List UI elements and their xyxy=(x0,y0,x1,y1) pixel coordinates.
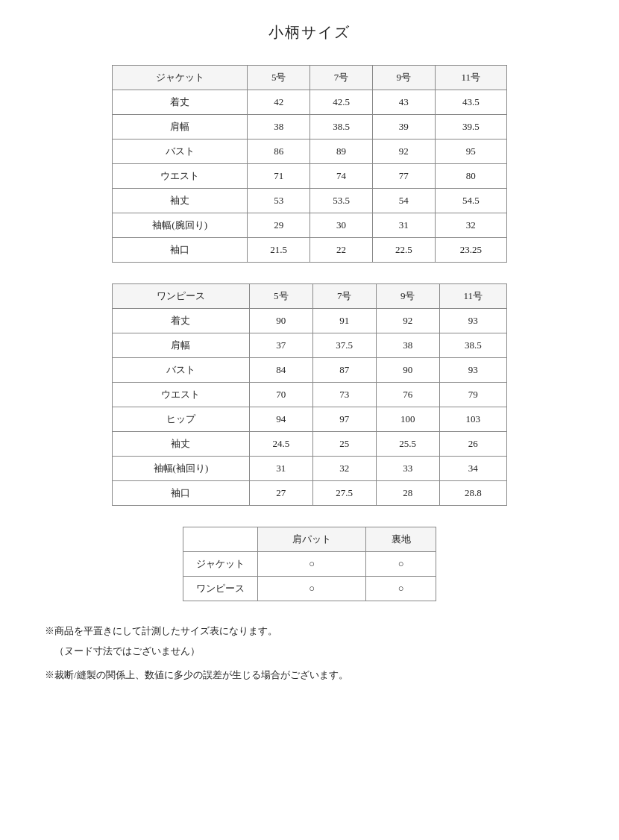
table-row: 38.5 xyxy=(310,115,373,140)
onepiece-section: ワンピース 5号 7号 9号 11号 着丈90919293肩幅3737.5383… xyxy=(45,283,574,506)
table-row: 94 xyxy=(249,407,312,432)
table-row: 87 xyxy=(312,358,376,383)
table-row: 31 xyxy=(249,457,312,481)
table-row: 23.25 xyxy=(435,238,506,263)
table-row: 38 xyxy=(376,333,439,358)
table-row: 25.5 xyxy=(376,432,439,457)
table-row: 29 xyxy=(248,213,310,238)
onepiece-row-label: 袖口 xyxy=(113,481,250,506)
table-row: 42 xyxy=(248,90,310,115)
table-row: 54 xyxy=(372,189,435,213)
onepiece-row-label: ウエスト xyxy=(113,383,250,407)
table-row: 54.5 xyxy=(435,189,506,213)
table-row: 22.5 xyxy=(372,238,435,263)
table-row: 43 xyxy=(372,90,435,115)
table-row: 90 xyxy=(249,309,312,333)
table-row: 30 xyxy=(310,213,373,238)
table-row: 73 xyxy=(312,383,376,407)
table-row: 24.5 xyxy=(249,432,312,457)
table-row: 97 xyxy=(312,407,376,432)
table-row: 70 xyxy=(249,383,312,407)
table-row: ○ xyxy=(258,552,366,577)
table-row: 39 xyxy=(372,115,435,140)
table-row: 43.5 xyxy=(435,90,506,115)
feat-col-1: 肩パット xyxy=(258,527,366,552)
table-row: 38 xyxy=(248,115,310,140)
table-row: 89 xyxy=(310,140,373,164)
onepiece-col-4: 11号 xyxy=(439,284,506,309)
jacket-row-label: バスト xyxy=(113,140,248,164)
table-row: 79 xyxy=(439,383,506,407)
table-row: 92 xyxy=(376,309,439,333)
notes-section: ※商品を平置きにして計測したサイズ表になります。 （ヌード寸法ではございません）… xyxy=(45,622,574,683)
table-row: 91 xyxy=(312,309,376,333)
jacket-row-label: 着丈 xyxy=(113,90,248,115)
table-row: 92 xyxy=(372,140,435,164)
jacket-table: ジャケット 5号 7号 9号 11号 着丈4242.54343.5肩幅3838.… xyxy=(112,65,507,263)
table-row: 93 xyxy=(439,358,506,383)
note-1: ※商品を平置きにして計測したサイズ表になります。 xyxy=(45,622,574,639)
jacket-section: ジャケット 5号 7号 9号 11号 着丈4242.54343.5肩幅3838.… xyxy=(45,65,574,263)
feat-row-label: ワンピース xyxy=(183,577,258,601)
table-row: 21.5 xyxy=(248,238,310,263)
table-row: 74 xyxy=(310,164,373,189)
table-row: 86 xyxy=(248,140,310,164)
table-row: 53.5 xyxy=(310,189,373,213)
table-row: ○ xyxy=(258,577,366,601)
feat-col-2: 裏地 xyxy=(366,527,436,552)
table-row: 25 xyxy=(312,432,376,457)
page-title: 小柄サイズ xyxy=(45,22,574,43)
table-row: 33 xyxy=(376,457,439,481)
onepiece-row-label: ヒップ xyxy=(113,407,250,432)
feat-row-label: ジャケット xyxy=(183,552,258,577)
table-row: 34 xyxy=(439,457,506,481)
table-row: 84 xyxy=(249,358,312,383)
jacket-col-1: 5号 xyxy=(248,66,310,90)
table-row: 71 xyxy=(248,164,310,189)
table-row: ○ xyxy=(366,552,436,577)
jacket-col-3: 9号 xyxy=(372,66,435,90)
jacket-label: ジャケット xyxy=(113,66,248,90)
onepiece-row-label: 袖丈 xyxy=(113,432,250,457)
features-section: 肩パット 裏地 ジャケット○○ワンピース○○ xyxy=(45,527,574,601)
table-row: 38.5 xyxy=(439,333,506,358)
features-table: 肩パット 裏地 ジャケット○○ワンピース○○ xyxy=(183,527,436,601)
table-row: 31 xyxy=(372,213,435,238)
table-row: 37 xyxy=(249,333,312,358)
jacket-row-label: ウエスト xyxy=(113,164,248,189)
jacket-col-2: 7号 xyxy=(310,66,373,90)
table-row: 103 xyxy=(439,407,506,432)
jacket-row-label: 袖口 xyxy=(113,238,248,263)
table-row: 32 xyxy=(312,457,376,481)
onepiece-col-1: 5号 xyxy=(249,284,312,309)
table-row: 95 xyxy=(435,140,506,164)
note-2: （ヌード寸法ではございません） xyxy=(45,642,574,659)
table-row: 42.5 xyxy=(310,90,373,115)
table-row: 93 xyxy=(439,309,506,333)
table-row: 22 xyxy=(310,238,373,263)
onepiece-row-label: 肩幅 xyxy=(113,333,250,358)
table-row: ○ xyxy=(366,577,436,601)
onepiece-row-label: 袖幅(袖回り) xyxy=(113,457,250,481)
table-row: 76 xyxy=(376,383,439,407)
jacket-row-label: 袖幅(腕回り) xyxy=(113,213,248,238)
table-row: 77 xyxy=(372,164,435,189)
table-row: 37.5 xyxy=(312,333,376,358)
note-3: ※裁断/縫製の関係上、数値に多少の誤差が生じる場合がございます。 xyxy=(45,666,574,683)
table-row: 27 xyxy=(249,481,312,506)
jacket-row-label: 肩幅 xyxy=(113,115,248,140)
table-row: 53 xyxy=(248,189,310,213)
jacket-col-4: 11号 xyxy=(435,66,506,90)
onepiece-col-3: 9号 xyxy=(376,284,439,309)
table-row: 28 xyxy=(376,481,439,506)
table-row: 39.5 xyxy=(435,115,506,140)
onepiece-label: ワンピース xyxy=(113,284,250,309)
onepiece-row-label: バスト xyxy=(113,358,250,383)
table-row: 26 xyxy=(439,432,506,457)
table-row: 100 xyxy=(376,407,439,432)
table-row: 28.8 xyxy=(439,481,506,506)
table-row: 32 xyxy=(435,213,506,238)
jacket-row-label: 袖丈 xyxy=(113,189,248,213)
onepiece-col-2: 7号 xyxy=(312,284,376,309)
onepiece-row-label: 着丈 xyxy=(113,309,250,333)
